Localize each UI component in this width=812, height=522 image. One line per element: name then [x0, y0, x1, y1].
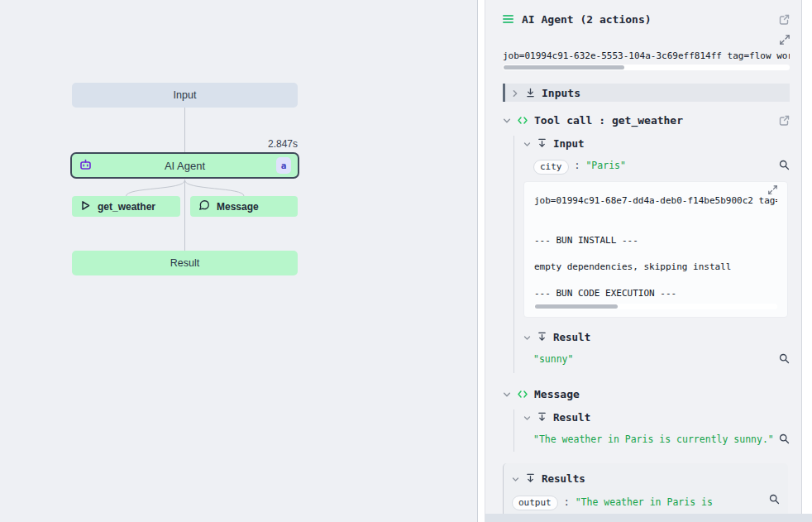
- log-line: [534, 208, 777, 221]
- colon-separator: :: [564, 496, 570, 508]
- import-down-icon: [537, 136, 547, 151]
- chevron-down-icon[interactable]: [503, 113, 511, 128]
- message-section-header[interactable]: Message: [503, 386, 790, 402]
- execution-progress-bar: [534, 304, 777, 309]
- tool-result-subheader[interactable]: Result: [523, 329, 790, 345]
- magnifier-icon[interactable]: [779, 433, 790, 444]
- message-section-title: Message: [534, 388, 580, 400]
- tool-result-label: Result: [553, 331, 590, 343]
- inputs-section-label: Inputs: [542, 87, 580, 99]
- flow-node-get-weather[interactable]: get_weather: [72, 196, 180, 217]
- flow-canvas[interactable]: Input 2.847s AI Agent a get_weather Mess…: [0, 0, 477, 522]
- ai-agent-detail-panel: AI Agent (2 actions) job=01994c91-632e-5…: [485, 0, 801, 522]
- code-icon: [518, 113, 528, 128]
- panel-title: AI Agent (2 actions): [522, 13, 771, 26]
- import-down-icon: [526, 471, 535, 486]
- tool-call-section-body: Input city : "Paris": [513, 136, 790, 373]
- log-line: [534, 274, 777, 287]
- magnifier-icon[interactable]: [779, 160, 790, 170]
- log-line: job=01994c91-68e7-dd4a-deb0-f14be5b900c2…: [534, 194, 777, 208]
- import-down-icon: [537, 409, 547, 425]
- chevron-down-icon[interactable]: [523, 409, 531, 425]
- log-line: [534, 221, 777, 234]
- agent-badge[interactable]: a: [276, 157, 291, 174]
- job-progress-bar: [503, 65, 790, 70]
- tool-result-row: "sunny": [523, 353, 790, 373]
- message-result-value: "The weather in Paris is currently sunny…: [533, 433, 774, 445]
- message-section-body: Result "The weather in Paris is currentl…: [513, 409, 790, 452]
- job-id-line: job=01994c91-632e-5553-104a-3c69eff814ff…: [503, 50, 790, 61]
- log-line: empty dependencies, skipping install: [534, 261, 777, 274]
- tool-call-title: Tool call : get_weather: [534, 114, 683, 127]
- results-subheader[interactable]: Results: [512, 471, 780, 486]
- log-line: [534, 247, 777, 261]
- output-key-pill: output: [512, 496, 558, 510]
- magnifier-icon[interactable]: [769, 494, 780, 505]
- tool-input-arg-row: city : "Paris": [523, 160, 790, 175]
- colon-separator: :: [575, 160, 580, 171]
- panel-resize-gutter[interactable]: [478, 0, 485, 522]
- expand-logs-icon[interactable]: [780, 35, 790, 45]
- message-result-row: "The weather in Paris is currently sunny…: [523, 433, 790, 452]
- result-node-label: Result: [170, 257, 199, 269]
- vertical-scrollbar[interactable]: [801, 0, 812, 522]
- open-run-external-link-icon[interactable]: [779, 14, 790, 25]
- chevron-down-icon[interactable]: [523, 329, 531, 345]
- agent-duration: 2.847s: [165, 138, 298, 150]
- speech-bubble-icon: [198, 199, 210, 213]
- flow-node-result[interactable]: Result: [72, 251, 298, 275]
- download-inputs-icon[interactable]: [526, 85, 535, 101]
- chevron-down-icon[interactable]: [512, 471, 519, 486]
- tool-input-subheader[interactable]: Input: [523, 136, 790, 151]
- tool-input-label: Input: [553, 137, 585, 150]
- tool-result-value: "sunny": [533, 353, 573, 365]
- message-result-subheader[interactable]: Result: [523, 409, 790, 425]
- flow-node-ai-agent[interactable]: AI Agent a: [70, 152, 299, 179]
- arg-value: "Paris": [585, 160, 625, 171]
- expand-log-icon[interactable]: [768, 185, 777, 194]
- ai-agent-node-label: AI Agent: [72, 160, 298, 172]
- agent-steps-icon: [503, 12, 514, 27]
- magnifier-icon[interactable]: [779, 353, 790, 364]
- panel-bottom-bar: [485, 514, 812, 522]
- get-weather-node-label: get_weather: [98, 201, 155, 213]
- code-icon: [518, 386, 528, 402]
- play-icon: [80, 200, 91, 213]
- chevron-down-icon[interactable]: [523, 136, 531, 151]
- inputs-section-header[interactable]: Inputs: [503, 84, 790, 102]
- flow-node-input[interactable]: Input: [72, 83, 298, 108]
- tool-call-section-header[interactable]: Tool call : get_weather: [503, 113, 790, 128]
- tool-call-external-link-icon[interactable]: [779, 115, 790, 126]
- flow-node-message[interactable]: Message: [190, 196, 298, 217]
- log-line: --- BUN INSTALL ---: [534, 234, 777, 247]
- arg-key-pill: city: [533, 160, 569, 175]
- message-result-label: Result: [553, 411, 590, 424]
- message-node-label: Message: [217, 201, 259, 213]
- chevron-right-icon[interactable]: [511, 85, 519, 101]
- results-label: Results: [542, 472, 585, 485]
- log-line: --- BUN CODE EXECUTION ---: [534, 287, 777, 300]
- input-node-label: Input: [174, 89, 197, 101]
- tool-log-block: job=01994c91-68e7-dd4a-deb0-f14be5b900c2…: [523, 181, 788, 318]
- chevron-down-icon[interactable]: [503, 386, 511, 402]
- import-down-icon: [537, 329, 547, 345]
